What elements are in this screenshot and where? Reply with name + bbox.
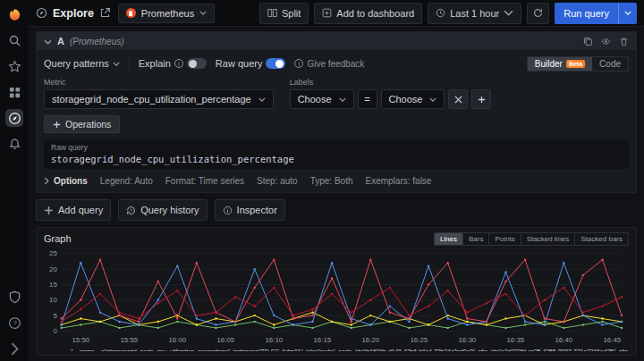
options-item: Type: Both: [310, 176, 353, 186]
beta-badge: Beta: [566, 60, 585, 68]
datasource-picker[interactable]: Prometheus: [118, 4, 215, 23]
options-item: Legend: Auto: [100, 176, 153, 186]
chevron-down-icon: [199, 11, 207, 15]
editor-mode-switch: Builder Beta Code: [527, 56, 629, 71]
legend-item[interactable]: {__name__="storagegrid_node_cpu_utilizat…: [56, 348, 629, 351]
options-collapse-toggle[interactable]: Options: [44, 176, 88, 186]
graph-mode-bars[interactable]: Bars: [462, 232, 489, 246]
explain-label: Explain: [139, 58, 171, 69]
chevron-right-icon: [44, 177, 49, 185]
svg-text:16:10: 16:10: [265, 336, 283, 344]
metric-select-value: storagegrid_node_cpu_utilization_percent…: [52, 94, 251, 105]
svg-text:5: 5: [53, 312, 57, 320]
graph-mode-lines[interactable]: Lines: [434, 232, 463, 246]
plus-icon: [478, 96, 486, 104]
svg-text:15:55: 15:55: [120, 336, 138, 344]
label-name-select[interactable]: Choose: [290, 89, 354, 109]
inspector-button[interactable]: Inspector: [215, 199, 285, 221]
graph-mode-stacked-lines[interactable]: Stacked lines: [521, 232, 576, 246]
options-item: Format: Time series: [165, 176, 244, 186]
svg-text:16:25: 16:25: [410, 336, 428, 344]
svg-text:16:40: 16:40: [555, 336, 572, 344]
add-query-button[interactable]: Add query: [36, 199, 111, 221]
svg-text:15:50: 15:50: [72, 336, 89, 344]
add-to-dashboard-label: Add to dashboard: [336, 8, 414, 19]
explore-content: A (Prometheus) Query patterns: [29, 27, 644, 361]
query-history-button[interactable]: Query history: [118, 199, 207, 221]
help-icon[interactable]: ?: [5, 314, 23, 332]
explore-actions-row: Add query Query history Inspector: [36, 199, 637, 221]
graph-mode-points[interactable]: Points: [488, 232, 521, 246]
run-query-label: Run query: [555, 3, 618, 24]
metric-field-label: Metric: [44, 78, 274, 87]
builder-mode-button[interactable]: Builder Beta: [528, 57, 592, 71]
refresh-button[interactable]: [527, 3, 549, 24]
sidebar-expand-icon[interactable]: [5, 340, 23, 357]
remove-label-filter-button[interactable]: [448, 89, 468, 109]
trash-icon[interactable]: [619, 37, 629, 46]
query-ref-id: A: [57, 36, 64, 46]
dashboards-grid-icon[interactable]: [5, 83, 23, 101]
options-item: Exemplars: false: [366, 176, 432, 186]
duplicate-icon[interactable]: [583, 37, 593, 46]
builder-label: Builder: [535, 59, 563, 69]
prometheus-icon: [126, 8, 136, 18]
datasource-name: Prometheus: [141, 8, 194, 19]
refresh-icon: [533, 8, 543, 18]
label-value-select[interactable]: Choose: [381, 89, 445, 109]
add-label-filter-button[interactable]: [471, 89, 491, 109]
query-patterns-dropdown[interactable]: Query patterns: [44, 58, 120, 69]
metric-select[interactable]: storagegrid_node_cpu_utilization_percent…: [44, 89, 274, 109]
plus-icon: [53, 121, 61, 129]
admin-shield-icon[interactable]: [5, 288, 23, 306]
favorites-star-icon[interactable]: [5, 57, 23, 75]
graph-mode-stacked-bars[interactable]: Stacked bars: [574, 232, 629, 246]
clock-icon: [436, 8, 445, 18]
svg-text:?: ?: [13, 319, 16, 327]
share-icon[interactable]: [99, 7, 111, 19]
give-feedback-link[interactable]: i Give feedback: [294, 59, 364, 69]
operations-button[interactable]: Operations: [44, 115, 120, 133]
grafana-logo-icon[interactable]: [5, 5, 23, 23]
graph-panel-title: Graph: [44, 233, 72, 244]
chevron-down-icon: [113, 62, 120, 66]
chevron-down-icon: [429, 97, 436, 102]
label-operator-select[interactable]: =: [358, 89, 377, 109]
query-builder-fields: Metric storagegrid_node_cpu_utilization_…: [44, 78, 629, 109]
time-series-chart[interactable]: 051015202515:5015:5516:0016:0516:1016:15…: [44, 248, 629, 348]
explore-compass-icon[interactable]: [5, 109, 23, 127]
svg-text:20: 20: [49, 265, 57, 273]
time-range-picker[interactable]: Last 1 hour: [428, 3, 521, 24]
raw-query-toggle-group: Raw query: [216, 58, 286, 69]
label-filters-row: Choose = Choose: [290, 89, 492, 109]
explain-toggle[interactable]: [187, 58, 207, 69]
svg-text:16:45: 16:45: [603, 336, 621, 344]
split-label: Split: [282, 8, 301, 19]
options-items: Legend: AutoFormat: Time seriesStep: aut…: [100, 176, 432, 186]
raw-query-toggle-label: Raw query: [216, 58, 263, 69]
run-query-button[interactable]: Run query: [555, 3, 637, 24]
grafana-explore-app: ? Explore Prometheus Split: [0, 0, 644, 361]
options-item: Step: auto: [257, 176, 298, 186]
svg-text:16:20: 16:20: [361, 336, 379, 344]
collapse-chevron-icon[interactable]: [44, 36, 52, 46]
sidebar: ?: [0, 0, 29, 361]
code-label: Code: [599, 59, 621, 69]
hide-eye-icon[interactable]: [601, 37, 611, 46]
raw-query-preview-value: storagegrid_node_cpu_utilization_percent…: [51, 154, 622, 164]
raw-query-preview-label: Raw query: [51, 143, 622, 152]
alerting-bell-icon[interactable]: [5, 135, 23, 153]
divider: [129, 57, 130, 70]
run-query-caret-icon[interactable]: [618, 3, 637, 24]
split-button[interactable]: Split: [259, 3, 309, 24]
info-icon: i: [294, 59, 303, 68]
code-mode-button[interactable]: Code: [592, 57, 628, 71]
query-row-header[interactable]: A (Prometheus): [37, 32, 636, 50]
labels-field: Labels Choose = Choose: [290, 78, 492, 109]
query-editor-card: A (Prometheus) Query patterns: [36, 31, 637, 193]
search-icon[interactable]: [5, 31, 23, 49]
main-area: Explore Prometheus Split Add to dashboar…: [29, 0, 644, 361]
raw-query-toggle[interactable]: [266, 58, 285, 69]
svg-text:16:35: 16:35: [506, 336, 524, 344]
add-to-dashboard-button[interactable]: Add to dashboard: [314, 3, 422, 24]
